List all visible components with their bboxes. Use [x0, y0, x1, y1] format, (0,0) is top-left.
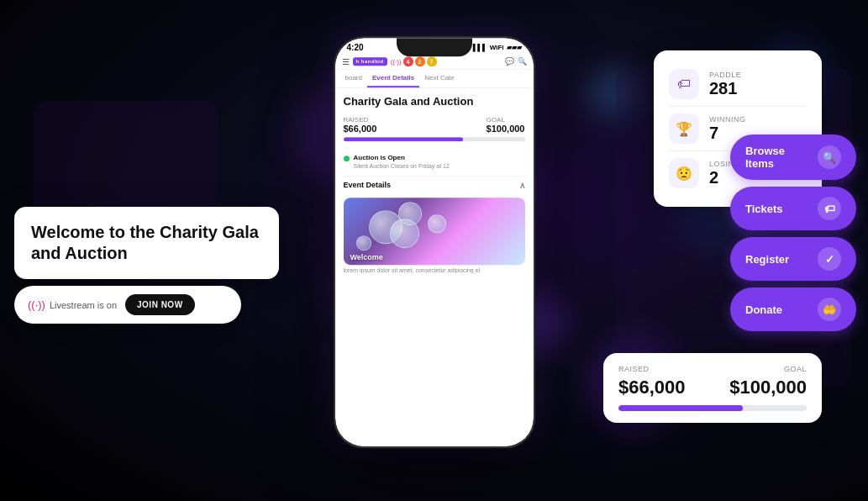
fund-row: RAISED $66,000 GOAL $100,000 [344, 116, 525, 134]
action-buttons: Browse Items 🔍 Tickets 🏷 Register ✓ Dona… [730, 134, 856, 331]
donate-icon: 🤲 [818, 298, 841, 321]
app-bar-actions: 💬 🔍 [505, 57, 527, 66]
livestream-text: Livestream is on [50, 300, 117, 310]
event-image: Welcome [344, 198, 525, 265]
losing-icon: 😟 [669, 158, 699, 188]
handbid-logo: h handbid [353, 57, 387, 66]
tab-event-details[interactable]: Event Details [367, 70, 419, 87]
tab-next-category[interactable]: Next Cate [419, 70, 460, 87]
notification-badge-red: 4 [403, 56, 413, 66]
chevron-icon: ∧ [519, 181, 525, 190]
raised-label: RAISED [344, 116, 377, 124]
phone-screen: 4:20 ▌▌▌ WiFi ▰▰▰ ☰ h handbid ((·)) 4 2 … [335, 38, 534, 446]
goal-label: GOAL [487, 116, 525, 124]
goal-amount-large: $100,000 [729, 377, 807, 398]
bubble [390, 219, 419, 248]
hamburger-icon[interactable]: ☰ [342, 57, 350, 66]
goal-amount: $100,000 [487, 124, 525, 134]
green-dot-icon [344, 156, 350, 161]
donate-label: Donate [745, 303, 811, 316]
event-title: Charity Gala and Auction [344, 95, 525, 109]
notification-icons: ((·)) 4 2 7 [391, 56, 437, 66]
status-icons: ▌▌▌ WiFi ▰▰▰ [473, 44, 522, 51]
paddle-label: PADDLE [709, 71, 741, 79]
section-title: Event Details [344, 182, 392, 190]
paddle-value: 281 [709, 79, 741, 98]
livestream-card: ((·)) Livestream is on JOIN NOW [14, 286, 241, 324]
raised-header: RAISED GOAL [618, 365, 807, 373]
live-broadcast-icon: ((·)) [28, 298, 45, 311]
trophy-icon: 🏆 [669, 113, 699, 144]
browse-items-button[interactable]: Browse Items 🔍 [730, 134, 856, 180]
winning-label: WINNING [709, 115, 746, 124]
battery-icon: ▰▰▰ [507, 44, 522, 51]
auction-status-text: Auction is Open Silent Auction Closes on… [354, 148, 450, 169]
section-header: Event Details ∧ [344, 176, 525, 194]
bubble [356, 235, 371, 250]
goal-section: GOAL $100,000 [487, 116, 525, 134]
signal-icon: ▌▌▌ [473, 44, 487, 51]
paddle-icon: 🏷 [669, 69, 699, 99]
goal-col-label: GOAL [784, 365, 807, 373]
bubble [428, 214, 446, 233]
raised-section: RAISED $66,000 [344, 116, 377, 134]
phone-tabs: board Event Details Next Cate [335, 70, 534, 88]
live-indicator-icon: ((·)) [391, 58, 402, 66]
auction-status: Auction is Open Silent Auction Closes on… [344, 148, 525, 169]
chat-icon[interactable]: 💬 [505, 57, 514, 66]
phone-wrapper: 4:20 ▌▌▌ WiFi ▰▰▰ ☰ h handbid ((·)) 4 2 … [334, 36, 535, 448]
phone: 4:20 ▌▌▌ WiFi ▰▰▰ ☰ h handbid ((·)) 4 2 … [334, 36, 535, 448]
tickets-label: Tickets [745, 203, 811, 215]
tickets-button[interactable]: Tickets 🏷 [730, 187, 856, 230]
progress-fill [344, 137, 464, 141]
notification-badge-yellow: 7 [427, 56, 437, 66]
welcome-card: Welcome to the Charity Gala and Auction [14, 207, 279, 279]
welcome-label: Welcome [350, 253, 383, 261]
join-now-button[interactable]: JOIN NOW [125, 294, 195, 315]
progress-track [344, 137, 525, 141]
register-button[interactable]: Register ✓ [730, 237, 856, 281]
paddle-info: PADDLE 281 [709, 71, 741, 98]
livestream-indicator: ((·)) Livestream is on [28, 298, 117, 311]
raised-progress-fill [618, 405, 743, 411]
status-time: 4:20 [347, 43, 364, 52]
raised-amount-large: $66,000 [618, 377, 686, 398]
raised-values: $66,000 $100,000 [618, 377, 807, 398]
register-label: Register [745, 253, 811, 266]
wifi-icon: WiFi [490, 44, 504, 51]
tab-board[interactable]: board [340, 70, 367, 87]
ticket-icon: 🏷 [818, 197, 841, 220]
raised-col-label: RAISED [618, 365, 650, 373]
paddle-stat-row: 🏷 PADDLE 281 [669, 62, 807, 107]
raised-progress-track [618, 405, 807, 411]
raised-card: RAISED GOAL $66,000 $100,000 [603, 353, 822, 423]
welcome-card-title: Welcome to the Charity Gala and Auction [31, 222, 262, 264]
raised-amount: $66,000 [344, 124, 377, 134]
search-icon[interactable]: 🔍 [518, 57, 527, 66]
lorem-text: lorem ipsum dolor sit amet, consectetur … [344, 267, 525, 273]
search-icon: 🔍 [818, 145, 841, 169]
phone-content: Charity Gala and Auction RAISED $66,000 … [335, 88, 534, 280]
donate-button[interactable]: Donate 🤲 [730, 287, 856, 331]
checkmark-icon: ✓ [818, 247, 841, 271]
phone-notch [397, 38, 472, 56]
browse-items-label: Browse Items [745, 145, 811, 170]
notification-badge-orange: 2 [415, 56, 425, 66]
